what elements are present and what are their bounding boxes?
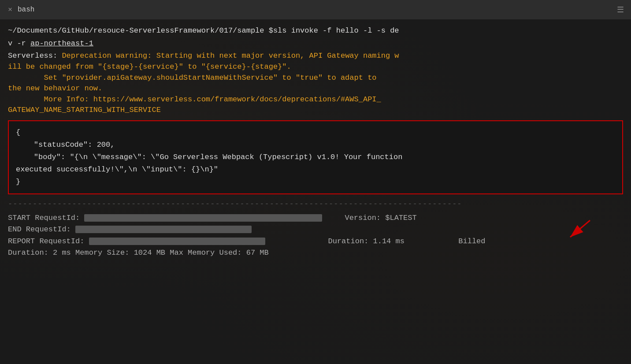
warning-text-1: Deprecation warning: Starting with next … bbox=[62, 52, 399, 60]
log-section: START RequestId: Version: $LATEST END Re… bbox=[8, 212, 623, 259]
report-request-id bbox=[89, 238, 265, 245]
terminal-title: bash bbox=[18, 6, 34, 14]
close-icon: ✕ bbox=[8, 6, 12, 13]
menu-button[interactable]: ☰ bbox=[617, 5, 624, 15]
arrow-icon bbox=[561, 216, 597, 242]
region-underline: ap-northeast-1 bbox=[30, 39, 93, 48]
warning-prefix: Serverless: bbox=[8, 52, 62, 60]
prompt-line-2: v -r ap-northeast-1 bbox=[8, 38, 623, 49]
json-line-2: "statusCode": 200, bbox=[16, 139, 615, 151]
start-request-id bbox=[84, 214, 322, 222]
end-request-id bbox=[75, 226, 252, 233]
terminal-content: ~/Documents/GitHub/resouce-ServerlessFra… bbox=[8, 26, 623, 259]
terminal-window: ✕ bash ☰ ~/Documents/GitHub/resouce-Serv… bbox=[0, 0, 631, 364]
warning-line-1: Serverless: Deprecation warning: Startin… bbox=[8, 51, 623, 62]
json-line-4: executed successfully!\",\n \"input\": {… bbox=[16, 163, 615, 176]
title-bar: ✕ bash ☰ bbox=[0, 0, 631, 19]
json-response-box: { "statusCode": 200, "body": "{\n \"mess… bbox=[8, 120, 623, 194]
json-line-1: { bbox=[16, 126, 615, 139]
warning-line-5: More Info: https://www.serverless.com/fr… bbox=[8, 94, 623, 105]
terminal-body: ~/Documents/GitHub/resouce-ServerlessFra… bbox=[0, 19, 631, 364]
warning-line-4: the new behavior now. bbox=[8, 83, 623, 94]
end-request-line: END RequestId: bbox=[8, 224, 623, 235]
prompt-line-1: ~/Documents/GitHub/resouce-ServerlessFra… bbox=[8, 26, 623, 37]
warning-section: Serverless: Deprecation warning: Startin… bbox=[8, 51, 623, 116]
close-button[interactable]: ✕ bbox=[7, 7, 13, 13]
title-bar-left: ✕ bash bbox=[7, 6, 34, 14]
report-request-line: REPORT RequestId: Duration: 1.14 ms Bill… bbox=[8, 236, 623, 247]
svg-line-1 bbox=[570, 220, 590, 237]
arrow-annotation bbox=[561, 216, 597, 246]
stats-line: Duration: 2 ms Memory Size: 1024 MB Max … bbox=[8, 247, 623, 259]
warning-line-6: GATEWAY_NAME_STARTING_WITH_SERVICE bbox=[8, 105, 623, 116]
divider: ----------------------------------------… bbox=[8, 199, 623, 210]
warning-line-2: ill be changed from "{stage}-{service}" … bbox=[8, 62, 623, 73]
json-line-5: } bbox=[16, 176, 615, 188]
json-line-3: "body": "{\n \"message\": \"Go Serverles… bbox=[16, 151, 615, 163]
start-request-line: START RequestId: Version: $LATEST bbox=[8, 212, 623, 224]
warning-line-3: Set "provider.apiGateway.shouldStartName… bbox=[8, 73, 623, 84]
